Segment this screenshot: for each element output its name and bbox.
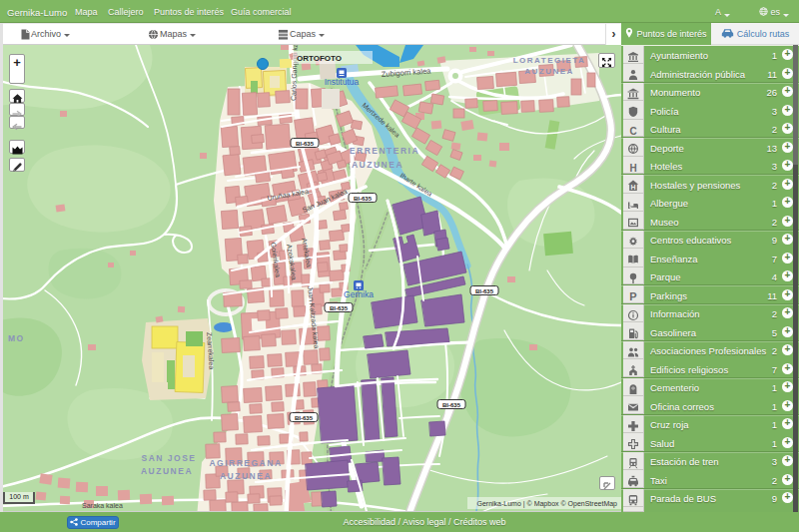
svg-text:AGIRREGANA: AGIRREGANA <box>209 458 282 468</box>
svg-text:AUZUNEA: AUZUNEA <box>220 471 272 481</box>
svg-text:Gernika-Lumo | © Mapbox © Open: Gernika-Lumo | © Mapbox © OpenStreetMap <box>476 500 617 508</box>
svg-text:BI-635: BI-635 <box>442 402 461 408</box>
svg-text:H: H <box>630 184 635 191</box>
svg-text:Saraka kalea: Saraka kalea <box>82 502 123 509</box>
svg-text:SAN JOSE: SAN JOSE <box>142 453 197 463</box>
svg-text:BI-635: BI-635 <box>296 141 315 147</box>
svg-text:Institutua: Institutua <box>325 77 360 87</box>
svg-text:BI-635: BI-635 <box>354 196 373 202</box>
svg-text:MO: MO <box>8 333 25 343</box>
svg-text:BI-635: BI-635 <box>330 305 349 311</box>
svg-text:Gernika: Gernika <box>344 289 374 299</box>
svg-text:P: P <box>629 290 636 302</box>
svg-text:BI-635: BI-635 <box>295 415 314 421</box>
svg-text:AUZUNEA: AUZUNEA <box>524 67 574 76</box>
svg-text:AUZUNEA: AUZUNEA <box>141 466 193 476</box>
svg-text:AUZUNEA: AUZUNEA <box>352 160 403 170</box>
svg-text:ORTOFOTO: ORTOFOTO <box>297 54 342 63</box>
svg-text:LORATEGIETA: LORATEGIETA <box>513 56 586 65</box>
svg-text:ERRENTERIA: ERRENTERIA <box>350 146 419 156</box>
svg-text:H: H <box>629 162 636 173</box>
svg-text:BI-635: BI-635 <box>475 288 494 294</box>
svg-text:C: C <box>629 125 636 136</box>
